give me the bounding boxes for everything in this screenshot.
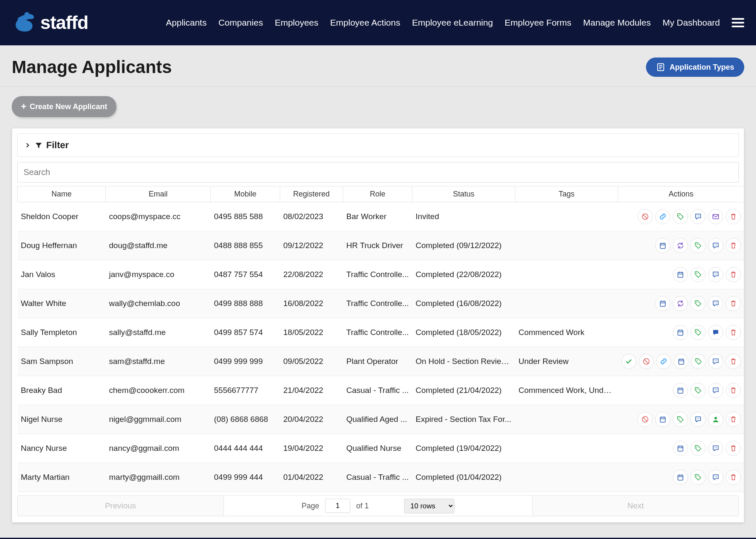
tag-icon-button[interactable] — [690, 441, 706, 456]
tag-icon-button[interactable] — [690, 238, 706, 253]
trash-icon-button[interactable] — [726, 441, 741, 456]
nav-companies[interactable]: Companies — [218, 18, 263, 28]
ban-icon-button[interactable] — [639, 354, 654, 369]
chat-icon-button[interactable] — [708, 238, 723, 253]
tag-icon-button[interactable] — [690, 296, 706, 311]
application-types-button[interactable]: Application Types — [646, 58, 744, 77]
trash-icon-button[interactable] — [726, 296, 741, 311]
link-icon-button[interactable] — [656, 354, 671, 369]
col-tags[interactable]: Tags — [515, 186, 618, 202]
cell-actions — [618, 202, 744, 231]
ban-icon-button[interactable] — [638, 412, 653, 427]
hamburger-menu[interactable] — [732, 18, 744, 27]
nav-my-dashboard[interactable]: My Dashboard — [662, 18, 720, 28]
trash-icon-button[interactable] — [726, 238, 741, 253]
table-row: Breaky Badchem@coookerr.com555667777721/… — [18, 376, 744, 405]
calendar-icon-button[interactable] — [673, 325, 688, 340]
cell-actions — [618, 260, 744, 289]
tag-icon — [677, 416, 684, 423]
chat-icon-button[interactable] — [708, 470, 723, 485]
cell-status: Completed (16/08/2022) — [412, 289, 515, 318]
chat-icon-button[interactable] — [690, 412, 706, 427]
cell-registered: 09/12/2022 — [280, 231, 343, 260]
calendar-icon-button[interactable] — [673, 441, 688, 456]
col-name[interactable]: Name — [18, 186, 106, 202]
cell-role: Bar Worker — [343, 202, 412, 231]
cell-registered: 18/05/2022 — [280, 318, 343, 347]
tag-icon-button[interactable] — [673, 412, 688, 427]
cell-name: Doug Heffernan — [18, 231, 106, 260]
cell-status: Completed (19/04/2022) — [412, 434, 515, 463]
tag-icon-button[interactable] — [690, 267, 706, 282]
next-button[interactable]: Next — [533, 496, 738, 516]
cell-actions — [618, 405, 744, 434]
user-icon-button[interactable] — [708, 412, 723, 427]
trash-icon-button[interactable] — [726, 209, 741, 224]
chat-icon-button[interactable] — [709, 354, 723, 369]
rows-select[interactable]: 10 rows — [404, 499, 454, 513]
trash-icon — [730, 416, 737, 423]
calendar-icon-button[interactable] — [673, 383, 688, 398]
page-of-label: of 1 — [356, 502, 369, 510]
col-role[interactable]: Role — [343, 186, 412, 202]
calendar-icon-button[interactable] — [673, 267, 688, 282]
trash-icon-button[interactable] — [726, 383, 741, 398]
page-input[interactable] — [325, 499, 350, 513]
page-label: Page — [302, 502, 319, 510]
calendar-icon-button[interactable] — [655, 238, 670, 253]
cell-tags: Commenced Work, Under... — [515, 376, 618, 405]
trash-icon-button[interactable] — [726, 412, 741, 427]
chat-icon-button[interactable] — [708, 441, 723, 456]
calendar-icon-button[interactable] — [655, 412, 670, 427]
tag-icon — [695, 358, 702, 365]
col-registered[interactable]: Registered — [280, 186, 343, 202]
nav-applicants[interactable]: Applicants — [166, 18, 207, 28]
mail-icon-button[interactable] — [708, 209, 723, 224]
trash-icon-button[interactable] — [726, 354, 740, 369]
nav-employee-actions[interactable]: Employee Actions — [330, 18, 400, 28]
tag-icon-button[interactable] — [673, 209, 688, 224]
create-applicant-button[interactable]: + Create New Applicant — [12, 96, 116, 117]
calendar-icon-button[interactable] — [674, 354, 688, 369]
trash-icon — [730, 358, 737, 365]
nav-employee-elearning[interactable]: Employee eLearning — [412, 18, 493, 28]
tag-icon-button[interactable] — [691, 354, 706, 369]
trash-icon-button[interactable] — [726, 325, 741, 340]
trash-icon-button[interactable] — [726, 470, 741, 485]
col-mobile[interactable]: Mobile — [211, 186, 280, 202]
page-header: Manage Applicants Application Types — [0, 45, 756, 87]
calendar-icon-button[interactable] — [655, 296, 670, 311]
chat-icon — [712, 242, 719, 249]
table-row: Nigel Nursenigel@ggmmail.com(08) 6868 68… — [18, 405, 744, 434]
brand-logo[interactable]: staffd — [12, 10, 88, 35]
chat-icon-button[interactable] — [708, 296, 723, 311]
col-actions[interactable]: Actions — [618, 186, 744, 202]
col-email[interactable]: Email — [106, 186, 211, 202]
tag-icon-button[interactable] — [690, 470, 706, 485]
refresh-icon-button[interactable] — [673, 238, 688, 253]
nav-employees[interactable]: Employees — [275, 18, 318, 28]
previous-button[interactable]: Previous — [18, 496, 223, 516]
trash-icon-button[interactable] — [726, 267, 741, 282]
calendar-icon-button[interactable] — [673, 470, 688, 485]
filter-toggle[interactable]: Filter — [17, 133, 739, 157]
chat-fill-icon-button[interactable] — [708, 325, 723, 340]
chat-icon-button[interactable] — [708, 383, 723, 398]
cell-name: Jan Valos — [18, 260, 106, 289]
cell-tags — [515, 260, 618, 289]
mail-icon — [712, 213, 719, 220]
chat-icon-button[interactable] — [708, 267, 723, 282]
check-icon-button[interactable] — [622, 354, 636, 369]
nav-manage-modules[interactable]: Manage Modules — [583, 18, 651, 28]
chat-icon-button[interactable] — [690, 209, 706, 224]
table-row: Sheldon Coopercoops@myspace.cc0495 885 5… — [18, 202, 744, 231]
link-icon-button[interactable] — [655, 209, 670, 224]
ban-icon-button[interactable] — [638, 209, 653, 224]
tag-icon-button[interactable] — [690, 325, 706, 340]
nav-employee-forms[interactable]: Employee Forms — [505, 18, 572, 28]
cell-email: marty@ggmaill.com — [106, 463, 211, 492]
col-status[interactable]: Status — [412, 186, 515, 202]
refresh-icon-button[interactable] — [673, 296, 688, 311]
tag-icon-button[interactable] — [690, 383, 706, 398]
search-input[interactable] — [17, 162, 739, 183]
